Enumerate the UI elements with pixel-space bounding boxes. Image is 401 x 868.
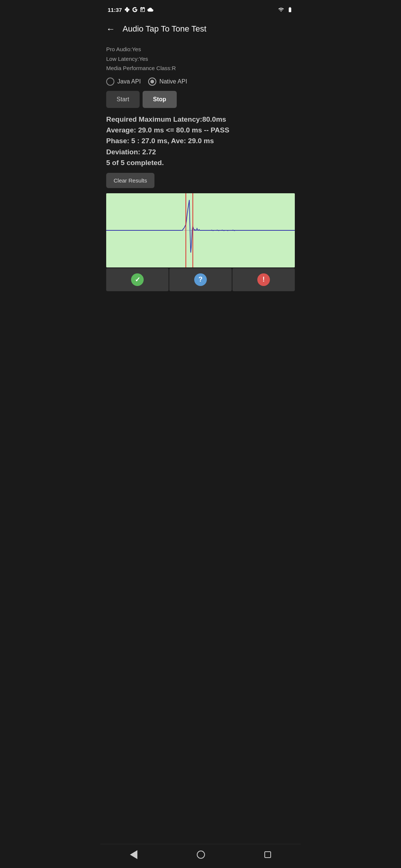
stop-button[interactable]: Stop (143, 91, 177, 108)
java-api-label: Java API (117, 78, 141, 85)
waveform-svg (106, 193, 295, 267)
control-buttons: Start Stop (106, 91, 295, 108)
fan-icon (124, 7, 130, 13)
nav-home-button[interactable] (189, 849, 212, 860)
status-left: 11:37 (108, 7, 153, 13)
battery-icon (287, 7, 293, 13)
calendar-icon (140, 7, 146, 13)
native-api-option[interactable]: Native API (148, 78, 187, 86)
bottom-spacer (100, 294, 301, 324)
java-api-radio[interactable] (106, 78, 114, 86)
api-selection-group: Java API Native API (106, 78, 295, 86)
device-info: Pro Audio:Yes Low Latency:Yes Media Perf… (106, 45, 295, 73)
native-api-radio[interactable] (148, 78, 156, 86)
recent-nav-icon (264, 851, 271, 858)
cloud-icon (147, 7, 153, 13)
warning-icon: ! (257, 273, 270, 286)
nav-bar (100, 844, 301, 868)
home-nav-icon (197, 851, 205, 859)
pass-icon: ✓ (131, 273, 144, 286)
result-line-4: Deviation: 2.72 (106, 147, 295, 157)
waveform-chart (106, 193, 295, 267)
back-nav-icon (130, 850, 137, 859)
clear-results-button[interactable]: Clear Results (106, 173, 154, 188)
result-line-5: 5 of 5 completed. (106, 157, 295, 168)
toolbar: ← Audio Tap To Tone Test (100, 18, 301, 42)
checkmark-icon: ✓ (135, 276, 140, 284)
status-icons (124, 7, 153, 13)
java-api-option[interactable]: Java API (106, 78, 141, 86)
result-line-3: Phase: 5 : 27.0 ms, Ave: 29.0 ms (106, 135, 295, 146)
native-api-label: Native API (159, 78, 187, 85)
back-button[interactable]: ← (103, 21, 118, 37)
wifi-icon (278, 7, 284, 13)
pass-button[interactable]: ✓ (106, 268, 169, 291)
pro-audio-label: Pro Audio:Yes (106, 45, 295, 54)
action-buttons-row: ✓ ? ! (106, 268, 295, 291)
low-latency-label: Low Latency:Yes (106, 54, 295, 64)
start-button[interactable]: Start (106, 91, 140, 108)
unknown-button[interactable]: ? (169, 268, 232, 291)
page-title: Audio Tap To Tone Test (123, 24, 295, 34)
back-arrow-icon: ← (106, 24, 115, 34)
nav-recent-button[interactable] (257, 850, 278, 859)
unknown-icon: ? (194, 273, 207, 286)
warning-button[interactable]: ! (232, 268, 295, 291)
status-time: 11:37 (108, 7, 122, 13)
status-right (278, 7, 293, 13)
nav-back-button[interactable] (123, 849, 145, 861)
result-line-1: Required Maximum Latency:80.0ms (106, 114, 295, 125)
results-text: Required Maximum Latency:80.0ms Average:… (106, 114, 295, 168)
content-area: Pro Audio:Yes Low Latency:Yes Media Perf… (100, 42, 301, 291)
exclamation-icon: ! (263, 276, 265, 283)
result-line-2: Average: 29.0 ms <= 80.0 ms -- PASS (106, 125, 295, 135)
google-icon (132, 7, 138, 13)
media-performance-label: Media Performance Class:R (106, 63, 295, 73)
status-bar: 11:37 (100, 0, 301, 18)
question-icon: ? (199, 276, 203, 283)
